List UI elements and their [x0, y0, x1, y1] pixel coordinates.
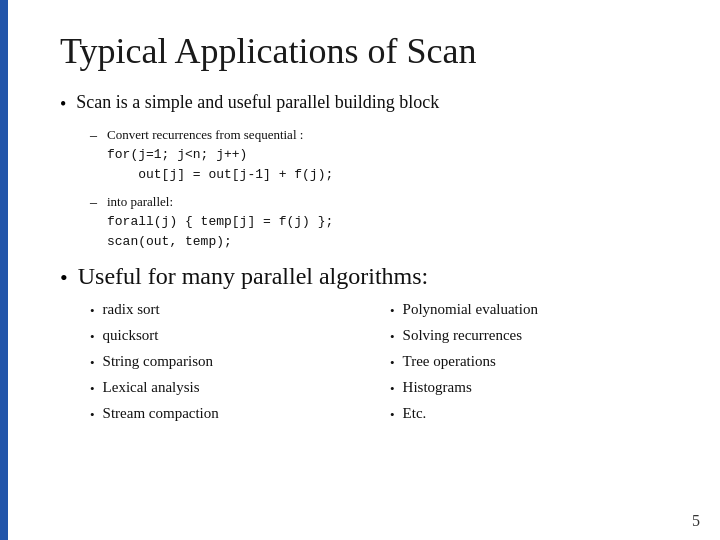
bullet-2: • Useful for many parallel algorithms:: [60, 263, 670, 291]
col-bullet: •: [390, 303, 395, 319]
bullet-dot-2: •: [60, 265, 68, 291]
col2-item-1: Solving recurrences: [403, 327, 523, 344]
sub-items-1: – Convert recurrences from sequential : …: [90, 125, 670, 253]
col-bullet: •: [90, 407, 95, 423]
slide-title: Typical Applications of Scan: [60, 30, 670, 72]
sub-item-1-content: Convert recurrences from sequential : fo…: [107, 125, 333, 186]
list-item: • quicksort: [90, 327, 370, 345]
column-1: • radix sort • quicksort • String compar…: [90, 301, 370, 431]
bullet-1-text: Scan is a simple and useful parallel bui…: [76, 92, 439, 113]
two-column-list: • radix sort • quicksort • String compar…: [90, 301, 670, 431]
col-bullet: •: [90, 381, 95, 397]
dash-1: –: [90, 128, 97, 144]
list-item: • Histograms: [390, 379, 670, 397]
list-item: • Lexical analysis: [90, 379, 370, 397]
list-item: • String comparison: [90, 353, 370, 371]
list-item: • Solving recurrences: [390, 327, 670, 345]
sub-item-1: – Convert recurrences from sequential : …: [90, 125, 670, 186]
bullet-1: • Scan is a simple and useful parallel b…: [60, 92, 670, 115]
sub-item-2: – into parallel: forall(j) { temp[j] = f…: [90, 192, 670, 253]
col2-item-4: Etc.: [403, 405, 427, 422]
col1-item-4: Stream compaction: [103, 405, 219, 422]
bullet-2-text: Useful for many parallel algorithms:: [78, 263, 429, 290]
col2-item-3: Histograms: [403, 379, 472, 396]
sub-item-1-code: for(j=1; j<n; j++) out[j] = out[j-1] + f…: [107, 145, 333, 187]
sub-item-2-label: into parallel:: [107, 192, 333, 212]
slide: Typical Applications of Scan • Scan is a…: [0, 0, 720, 540]
list-item: • Stream compaction: [90, 405, 370, 423]
list-item: • radix sort: [90, 301, 370, 319]
list-item: • Tree operations: [390, 353, 670, 371]
col-bullet: •: [90, 303, 95, 319]
sub-item-1-label: Convert recurrences from sequential :: [107, 125, 333, 145]
col1-item-2: String comparison: [103, 353, 213, 370]
column-2: • Polynomial evaluation • Solving recurr…: [390, 301, 670, 431]
page-number: 5: [692, 512, 700, 530]
col-bullet: •: [390, 329, 395, 345]
sub-item-2-code: forall(j) { temp[j] = f(j) }; scan(out, …: [107, 212, 333, 254]
col-bullet: •: [390, 355, 395, 371]
col1-item-3: Lexical analysis: [103, 379, 200, 396]
col-bullet: •: [90, 355, 95, 371]
list-item: • Polynomial evaluation: [390, 301, 670, 319]
sub-item-2-content: into parallel: forall(j) { temp[j] = f(j…: [107, 192, 333, 253]
col2-item-2: Tree operations: [403, 353, 496, 370]
content-section: • Scan is a simple and useful parallel b…: [60, 92, 670, 431]
col1-item-1: quicksort: [103, 327, 159, 344]
list-item: • Etc.: [390, 405, 670, 423]
col2-item-0: Polynomial evaluation: [403, 301, 538, 318]
dash-2: –: [90, 195, 97, 211]
col-bullet: •: [90, 329, 95, 345]
col1-item-0: radix sort: [103, 301, 160, 318]
bullet-dot-1: •: [60, 94, 66, 115]
blue-bar: [0, 0, 8, 540]
col-bullet: •: [390, 381, 395, 397]
col-bullet: •: [390, 407, 395, 423]
